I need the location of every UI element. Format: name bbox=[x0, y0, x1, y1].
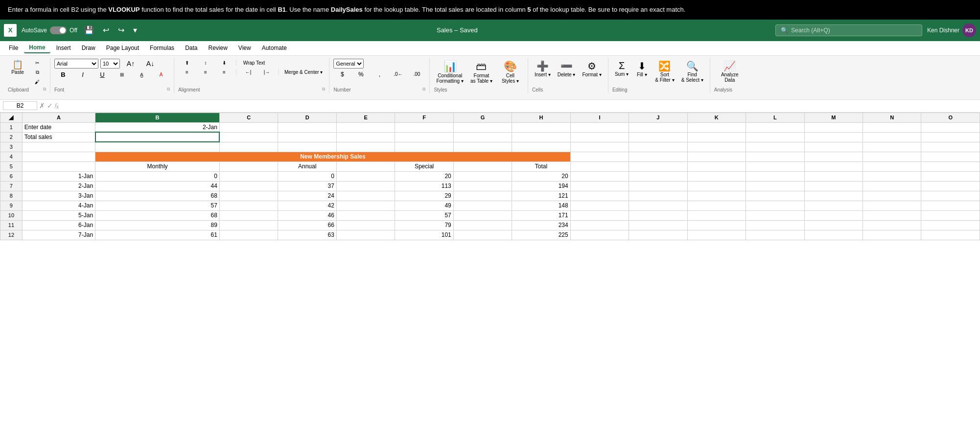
cell-o8[interactable] bbox=[921, 191, 980, 201]
row-header-2[interactable]: 2 bbox=[0, 132, 23, 142]
align-middle-button[interactable]: ↕ bbox=[197, 59, 214, 67]
cell-o11[interactable] bbox=[921, 220, 980, 230]
cell-k5[interactable] bbox=[687, 161, 746, 171]
row-header-11[interactable]: 11 bbox=[0, 220, 23, 230]
cell-d10[interactable]: 46 bbox=[278, 210, 336, 220]
col-header-m[interactable]: M bbox=[804, 113, 863, 122]
increase-indent-button[interactable]: |→ bbox=[258, 68, 276, 76]
cell-l10[interactable] bbox=[746, 210, 804, 220]
row-header-8[interactable]: 8 bbox=[0, 191, 23, 201]
cell-styles-button[interactable]: 🎨 CellStyles ▾ bbox=[497, 59, 524, 85]
cell-c3[interactable] bbox=[219, 142, 278, 152]
cell-e1[interactable] bbox=[336, 122, 395, 132]
cell-h12[interactable]: 225 bbox=[512, 230, 570, 240]
cell-d1[interactable] bbox=[278, 122, 336, 132]
comma-style-button[interactable]: , bbox=[371, 69, 388, 79]
row-header-12[interactable]: 12 bbox=[0, 230, 23, 240]
cell-k3[interactable] bbox=[687, 142, 746, 152]
cell-b11[interactable]: 89 bbox=[95, 220, 220, 230]
fill-button[interactable]: ⬇ Fill ▾ bbox=[633, 59, 651, 79]
cell-d7[interactable]: 37 bbox=[278, 181, 336, 191]
cell-b7[interactable]: 44 bbox=[95, 181, 220, 191]
undo-button[interactable]: ↩ bbox=[101, 24, 111, 36]
cell-d6[interactable]: 0 bbox=[278, 171, 336, 181]
cell-h9[interactable]: 148 bbox=[512, 201, 570, 210]
cell-g2[interactable] bbox=[453, 132, 512, 142]
cell-k6[interactable] bbox=[687, 171, 746, 181]
search-box[interactable]: 🔍 bbox=[775, 24, 922, 36]
cell-k4[interactable] bbox=[687, 152, 746, 161]
cell-i10[interactable] bbox=[570, 210, 629, 220]
cell-o1[interactable] bbox=[921, 122, 980, 132]
decrease-font-button[interactable]: A↓ bbox=[141, 59, 159, 68]
format-button[interactable]: ⚙ Format ▾ bbox=[580, 59, 604, 79]
cell-n10[interactable] bbox=[863, 210, 921, 220]
cell-o10[interactable] bbox=[921, 210, 980, 220]
cut-button[interactable]: ✂ bbox=[28, 59, 46, 67]
confirm-formula-icon[interactable]: ✓ bbox=[47, 102, 53, 110]
cell-e6[interactable] bbox=[336, 171, 395, 181]
cell-a8[interactable]: 3-Jan bbox=[22, 191, 95, 201]
cell-g5[interactable] bbox=[453, 161, 512, 171]
cell-i4[interactable] bbox=[570, 152, 629, 161]
cell-n7[interactable] bbox=[863, 181, 921, 191]
cell-j5[interactable] bbox=[629, 161, 687, 171]
cell-o5[interactable] bbox=[921, 161, 980, 171]
menu-review[interactable]: Review bbox=[203, 43, 232, 53]
cell-c5[interactable] bbox=[219, 161, 278, 171]
cell-a2[interactable]: Total sales bbox=[22, 132, 95, 142]
menu-file[interactable]: File bbox=[4, 43, 23, 53]
cell-f1[interactable] bbox=[395, 122, 453, 132]
italic-button[interactable]: I bbox=[74, 69, 92, 80]
menu-view[interactable]: View bbox=[233, 43, 256, 53]
redo-button[interactable]: ↪ bbox=[116, 24, 126, 36]
cancel-formula-icon[interactable]: ✗ bbox=[39, 102, 45, 110]
wrap-text-button[interactable]: Wrap Text bbox=[239, 59, 269, 67]
cell-e3[interactable] bbox=[336, 142, 395, 152]
cell-e10[interactable] bbox=[336, 210, 395, 220]
cell-d2[interactable] bbox=[278, 132, 336, 142]
cell-b9[interactable]: 57 bbox=[95, 201, 220, 210]
cell-m8[interactable] bbox=[804, 191, 863, 201]
row-header-7[interactable]: 7 bbox=[0, 181, 23, 191]
cell-m10[interactable] bbox=[804, 210, 863, 220]
cell-g8[interactable] bbox=[453, 191, 512, 201]
cell-o3[interactable] bbox=[921, 142, 980, 152]
align-bottom-button[interactable]: ⬇ bbox=[215, 59, 233, 67]
cell-e2[interactable] bbox=[336, 132, 395, 142]
cell-j9[interactable] bbox=[629, 201, 687, 210]
cell-c10[interactable] bbox=[219, 210, 278, 220]
col-header-g[interactable]: G bbox=[453, 113, 512, 122]
cell-k11[interactable] bbox=[687, 220, 746, 230]
cell-c12[interactable] bbox=[219, 230, 278, 240]
cell-a3[interactable] bbox=[22, 142, 95, 152]
col-header-f[interactable]: F bbox=[395, 113, 453, 122]
row-header-1[interactable]: 1 bbox=[0, 122, 23, 132]
cell-m12[interactable] bbox=[804, 230, 863, 240]
cell-h8[interactable]: 121 bbox=[512, 191, 570, 201]
cell-e7[interactable] bbox=[336, 181, 395, 191]
cell-e5[interactable] bbox=[336, 161, 395, 171]
cell-a6[interactable]: 1-Jan bbox=[22, 171, 95, 181]
cell-k2[interactable] bbox=[687, 132, 746, 142]
cell-n3[interactable] bbox=[863, 142, 921, 152]
number-format-select[interactable]: General bbox=[333, 59, 364, 69]
cell-k10[interactable] bbox=[687, 210, 746, 220]
cell-k9[interactable] bbox=[687, 201, 746, 210]
col-header-k[interactable]: K bbox=[687, 113, 746, 122]
cell-h11[interactable]: 234 bbox=[512, 220, 570, 230]
cell-m6[interactable] bbox=[804, 171, 863, 181]
col-header-i[interactable]: I bbox=[570, 113, 629, 122]
row-header-3[interactable]: 3 bbox=[0, 142, 23, 152]
cell-b3[interactable] bbox=[95, 142, 220, 152]
sum-button[interactable]: Σ Sum ▾ bbox=[612, 59, 631, 78]
cell-i11[interactable] bbox=[570, 220, 629, 230]
cell-l1[interactable] bbox=[746, 122, 804, 132]
cell-m4[interactable] bbox=[804, 152, 863, 161]
align-left-button[interactable]: ≡ bbox=[178, 68, 196, 76]
underline-button[interactable]: U bbox=[93, 69, 111, 80]
cell-c8[interactable] bbox=[219, 191, 278, 201]
cell-b5[interactable]: Monthly bbox=[95, 161, 220, 171]
cell-n6[interactable] bbox=[863, 171, 921, 181]
format-as-table-button[interactable]: 🗃 Formatas Table ▾ bbox=[468, 59, 495, 85]
